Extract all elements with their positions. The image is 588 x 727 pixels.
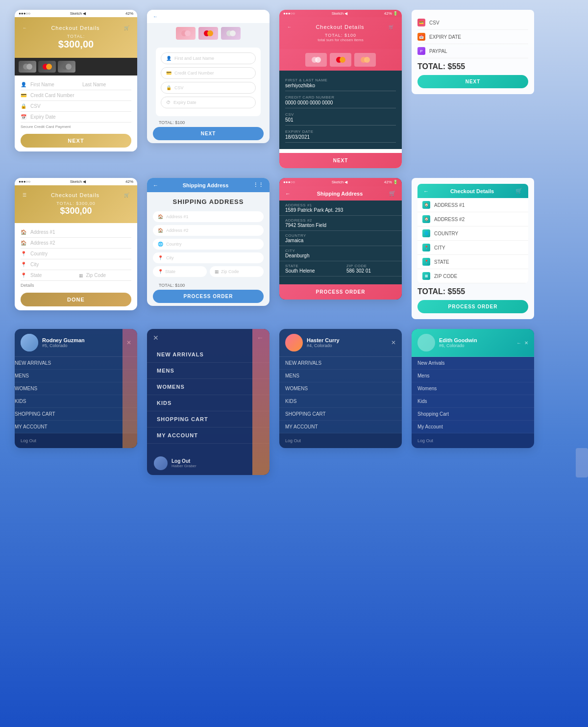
cart-icon-c3r2[interactable]: 🛒 [389, 190, 396, 197]
row-state-zip-c1r2[interactable]: 📍 State ▦ Zip Code [21, 270, 131, 281]
profile-header-c4r3: Edith Goodwin #6, Colorado ← ✕ [412, 329, 534, 357]
row-addr1-c1r2[interactable]: 🏠 Address #1 [21, 227, 131, 238]
pink-card-1 [305, 53, 327, 67]
right-panel-c4r2: ← Checkout Details 🛒 🏠 ADDRESS #1 🏠 ADDR… [412, 178, 534, 319]
csv-icon-c4r1: 💳 [417, 19, 425, 26]
process-btn-c2r2[interactable]: PROCESS ORDER [153, 290, 264, 303]
menu-item-kids-c1r3[interactable]: KIDS [15, 395, 137, 408]
menu-cart-c4r3[interactable]: Shopping Cart [412, 408, 534, 421]
home-icon-addr1-c2r2: 🏠 [158, 214, 163, 219]
logout-btn-c1r3[interactable]: Log Out [21, 435, 36, 447]
city-field-c2r2[interactable]: 📍 City [153, 252, 264, 263]
cart-icon-c3r1[interactable]: 🛒 [389, 25, 394, 29]
row-addr2-c1r2[interactable]: 🏠 Address #2 [21, 238, 131, 249]
bg-peek-c1r3 [122, 329, 137, 448]
menu-womens-c4r3[interactable]: Womens [412, 382, 534, 395]
menu-item-newarrivals-c1r3[interactable]: NEW ARRIVALS [15, 357, 137, 370]
menu-kids-c3r3[interactable]: KIDS [279, 395, 402, 408]
cart-icon-c4r2[interactable]: 🛒 [515, 188, 522, 194]
total-btn-area-c2r2: TOTAL: $100 PROCESS ORDER [147, 280, 270, 306]
menu-items-c1r3: NEW ARRIVALS MENS WOMENS KIDS SHOPPING C… [15, 357, 137, 433]
white-form-c2r1: 👤 First and Last Name 💳 Credit Card Numb… [156, 48, 261, 116]
menu-cart-c3r3[interactable]: SHOPPING CART [279, 408, 402, 421]
process-btn-c3r2[interactable]: PROCESS ORDER [279, 284, 402, 300]
back-icon[interactable]: ← [23, 25, 27, 30]
menu-account-c4r3[interactable]: My Account [412, 421, 534, 433]
addr2-lbl-c3r2: ADDRESS #2 [285, 218, 396, 223]
menu-mens-c4r3[interactable]: Mens [412, 370, 534, 382]
input-card-c2r1[interactable]: 💳 Credit Card Number [161, 67, 256, 79]
form-row-csv[interactable]: 🔒 CSV [21, 101, 131, 112]
logout-label-c2r3[interactable]: Log Out [172, 458, 196, 464]
back-icon-c2r2[interactable]: ← [153, 182, 158, 188]
process-btn-c4r2[interactable]: PROCESS ORDER [417, 300, 528, 313]
cards-row-c1r1 [15, 58, 137, 75]
zip-field-c2r2[interactable]: ▦ Zip Code [210, 266, 264, 277]
menu-item-account-c1r3[interactable]: MY ACCOUNT [15, 421, 137, 433]
menu-item-cart-c1r3[interactable]: SHOPPING CART [15, 408, 137, 421]
next-btn-c4r1[interactable]: NEXT [417, 75, 528, 88]
menu-womens-c2r3[interactable]: WOMENS [147, 379, 270, 395]
menu-account-c2r3[interactable]: MY ACCOUNT [147, 427, 270, 444]
total-c4r2: TOTAL: $555 [417, 287, 528, 296]
back-icon-c4r3[interactable]: ← [516, 340, 521, 346]
menu-new-arrivals-c2r3[interactable]: NEW ARRIVALS [147, 347, 270, 363]
menu-item-mens-c1r3[interactable]: MENS [15, 370, 137, 382]
total-label-c1r2: TOTAL: $300,00 [21, 201, 131, 206]
cart-icon-c1r2[interactable]: 🛒 [124, 193, 129, 198]
total-label-c1r1: TOTAL: [21, 34, 131, 39]
addr2-field-c2r2[interactable]: 🏠 Address #2 [153, 225, 264, 236]
input-name-c2r1[interactable]: 👤 First and Last Name [161, 52, 256, 64]
menu-dots-c2r2[interactable]: ⋮⋮ [253, 182, 264, 188]
name-val-c3r1: serhiyozhibko [285, 83, 396, 88]
input-csv-c2r1[interactable]: 🔒 CSV [161, 82, 256, 94]
back-icon-c4r2[interactable]: ← [423, 188, 429, 194]
cart-icon[interactable]: 🛒 [124, 25, 129, 30]
menu-womens-c3r3[interactable]: WOMENS [279, 382, 402, 395]
menu-mens-c2r3[interactable]: MENS [147, 363, 270, 379]
menu-account-c3r3[interactable]: MY ACCOUNT [279, 421, 402, 433]
form-row-card[interactable]: 💳 Credit Card Number [21, 90, 131, 101]
country-placeholder-c2r2: Country [166, 242, 182, 247]
menu-newarrivals-c3r3[interactable]: NEW ARRIVALS [279, 357, 402, 370]
back-icon-c3r1[interactable]: ← [287, 25, 292, 29]
close-icon-c2r3[interactable]: ✕ [153, 334, 159, 342]
menu-kids-c4r3[interactable]: Kids [412, 395, 534, 408]
close-icon-c4r3[interactable]: ✕ [524, 340, 528, 346]
done-btn-c1r2[interactable]: DONE [21, 293, 131, 306]
logout-btn-c4r3[interactable]: Log Out [417, 435, 433, 447]
home-icon-2-c1r2: 🏠 [21, 240, 27, 246]
next-btn-c1r1[interactable]: NEXT [21, 134, 131, 148]
menu-cart-c2r3[interactable]: SHOPPING CART [147, 411, 270, 427]
card-icon-c2r1: 💳 [166, 71, 172, 75]
close-icon-c3r3[interactable]: ✕ [391, 339, 396, 346]
menu-item-womens-c1r3[interactable]: WOMENS [15, 382, 137, 395]
next-btn-c2r1[interactable]: NEXT [153, 127, 264, 140]
pink-city: CITY Deanburgh [279, 246, 402, 261]
menu-mens-c3r3[interactable]: MENS [279, 370, 402, 382]
card-label-c3r1: CREDIT CARD NUMBER [285, 95, 396, 100]
csv-label-c4r1: CSV [429, 20, 440, 25]
menu-icon-c1r2[interactable]: ☰ [23, 193, 26, 198]
menu-kids-c2r3[interactable]: KIDS [147, 395, 270, 411]
back-icon-c3r2[interactable]: ← [285, 191, 291, 197]
row-country-c1r2[interactable]: 📍 Country [21, 249, 131, 259]
row-city-c1r2[interactable]: 📍 City [21, 259, 131, 270]
lock-icon-c2r1: 🔒 [166, 85, 172, 90]
next-btn-c3r1[interactable]: NEXT [279, 153, 402, 168]
back-arrow-c2r1[interactable]: ← [153, 14, 158, 19]
logout-info-c2r3: Log Out Halber Graber [172, 458, 196, 468]
panel-row-csv: 💳 CSV [417, 16, 528, 30]
addr1-field-c2r2[interactable]: 🏠 Address #1 [153, 211, 264, 222]
country-field-c2r2[interactable]: 🌐 Country [153, 239, 264, 250]
input-expiry-c2r1[interactable]: ⏱ Expiry Date [161, 97, 256, 108]
battery-c1r2: 42% [125, 179, 133, 184]
details-label-c1r2: Details [21, 283, 131, 288]
form-row-expiry[interactable]: 📅 Expiry Date [21, 112, 131, 123]
teal-nav-title-c4r2: Checkout Details [450, 188, 494, 194]
country-lbl-c3r2: COUNTRY [285, 233, 396, 238]
state-field-c2r2[interactable]: 📍 State [153, 266, 207, 277]
shipping-title-c2r2: SHIPPING ADDRESS [147, 192, 270, 211]
menu-newarrivals-c4r3[interactable]: New Arrivals [412, 357, 534, 370]
logout-btn-c3r3[interactable]: Log Out [285, 435, 301, 447]
